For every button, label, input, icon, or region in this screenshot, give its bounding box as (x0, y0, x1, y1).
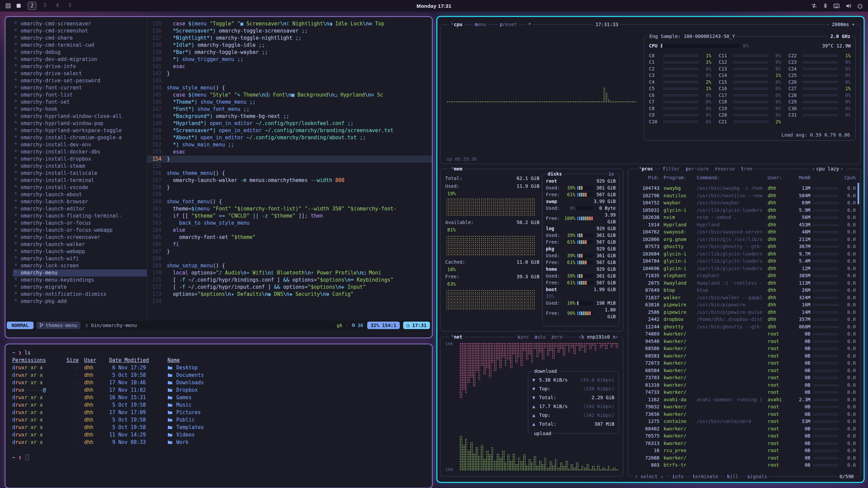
net-button-auto[interactable]: auto (534, 333, 546, 340)
process-row[interactable]: 76313kworker/root0B0.0 (628, 440, 857, 447)
process-row[interactable]: 71837walker/usr/bin/walker --gappldhh324… (628, 294, 857, 302)
workspace-3[interactable]: 3 (41, 2, 49, 10)
process-row[interactable]: 105031glycin-i/usr/lib/glycin-loadersdhh… (628, 207, 857, 214)
process-row[interactable]: 1914HyprlandHyprlanddhh453M0.0 (628, 221, 857, 229)
file-item[interactable]: *omarchy-lock-screen (13, 262, 147, 269)
file-item[interactable]: *omarchy-debug (13, 49, 147, 56)
process-row[interactable]: 104752waybar/usr/bin/waybardhh69M0.0 (628, 199, 857, 207)
active-app-icon[interactable] (16, 3, 21, 8)
menu-button[interactable]: menu (473, 21, 488, 28)
workspace-4[interactable]: 4 (54, 2, 61, 10)
net-button-sync[interactable]: sync (517, 333, 529, 340)
process-row[interactable]: 73656kworker/root0B0.0 (628, 411, 857, 418)
filter-button[interactable]: filter (663, 165, 680, 172)
process-row[interactable]: 2442dropbox/home/dhh/.dropbox-distdhh357… (628, 316, 857, 323)
proc-footer-terminate[interactable]: terminate (691, 473, 720, 480)
iface-next-button[interactable]: n› (613, 334, 618, 340)
file-item[interactable]: *omarchy-launch-floating-terminal- (13, 212, 147, 220)
power-icon[interactable] (857, 3, 863, 8)
file-item[interactable]: *omarchy-cmd-terminal-cwd (13, 42, 147, 49)
process-row[interactable]: 102866org.gnom/usr/bin/gjs /usr/lib/odhh… (628, 236, 857, 243)
file-item[interactable]: *omarchy-hyprland-workspace-toggle (13, 127, 147, 134)
file-item[interactable]: *omarchy-menu-keybindings (13, 277, 147, 284)
process-row[interactable]: 2586pipewire/usr/bin/pipewire-pulsedhh14… (628, 309, 857, 316)
file-item[interactable]: *omarchy-launch-or-focus-webapp (13, 227, 147, 234)
process-row[interactable]: 68586kworker/root0B0.0 (628, 345, 857, 352)
preset-button[interactable]: preset (498, 21, 519, 28)
launcher-icon[interactable] (5, 3, 11, 8)
file-item[interactable]: *omarchy-notification-dismiss (13, 291, 147, 298)
file-item[interactable]: *omarchy-font-current (13, 84, 147, 92)
proc-footer-signals[interactable]: signals (746, 473, 769, 480)
file-item[interactable]: *omarchy-menu (13, 269, 147, 277)
file-item[interactable]: *omarchy-install-dev-env (13, 141, 147, 148)
process-row[interactable]: 87573ghostty/usr/bin/ghostty --gtk-dhh36… (628, 243, 857, 250)
volume-icon[interactable] (846, 3, 851, 8)
io-toggle[interactable]: io (607, 170, 616, 177)
process-row[interactable]: 72073kworker/root0B0.0 (628, 360, 857, 367)
sort-next-icon[interactable]: › (839, 166, 845, 171)
file-item[interactable]: *omarchy-pkg-add (13, 298, 147, 305)
file-item[interactable]: *omarchy-install-chromium-google-a (13, 134, 147, 141)
interval-increase-button[interactable]: + (852, 22, 855, 27)
file-item[interactable]: *omarchy-launch-browser (13, 198, 147, 205)
process-row[interactable]: 63816pipewire/usr/bin/pipewiredhh16M0.0 (628, 301, 857, 309)
tree-button[interactable]: tree (741, 165, 752, 172)
file-item[interactable]: *omarchy-launch-screensaver (13, 234, 147, 241)
file-item[interactable]: *omarchy-font-list (13, 92, 147, 99)
interval-decrease-button[interactable]: - (826, 22, 829, 27)
iface-prev-button[interactable]: ‹b (578, 334, 584, 340)
file-item[interactable]: *omarchy-launch-wifi (13, 255, 147, 262)
file-item[interactable]: *omarchy-migrate (13, 284, 147, 291)
screencast-icon[interactable] (811, 3, 817, 8)
net-button-zero[interactable]: zero (551, 333, 563, 340)
terminal-window[interactable]: ~ ❯ lsPermissionsSizeUserDate ModifiedNa… (5, 344, 432, 488)
file-item[interactable]: *omarchy-install-dropbox (13, 156, 147, 163)
process-row[interactable]: 73703kworker/root0B0.0 (628, 374, 857, 382)
process-row[interactable]: 94540kworker/root0B0.0 (628, 338, 857, 345)
file-item[interactable]: *omarchy-launch-editor (13, 205, 147, 212)
process-row[interactable]: 104743swaybg/usr/bin/swaybg -i /homdhh13… (628, 185, 857, 192)
process-scrollbar[interactable] (857, 183, 859, 204)
bluetooth-icon[interactable] (823, 3, 827, 8)
file-item[interactable]: *omarchy-launch-or-focus (13, 220, 147, 227)
process-row[interactable]: 1275containe/usr/bin/containerdroot53M0.… (628, 418, 857, 425)
process-row[interactable]: 12244ghostty/usr/bin/ghostty --gtk-dhh86… (628, 323, 857, 331)
keyboard-icon[interactable] (833, 4, 840, 8)
process-row[interactable]: 68584kworker/root0B0.0 (628, 367, 857, 374)
file-item[interactable]: *omarchy-install-docker-dbs (13, 148, 147, 156)
process-row[interactable]: 68583kworker/root0B0.0 (628, 352, 857, 360)
process-row[interactable]: 79032kworker/root0B0.0 (628, 403, 857, 411)
proc-footer-info[interactable]: info (670, 473, 685, 480)
file-item[interactable]: *omarchy-install-tailscale (13, 170, 147, 177)
file-item[interactable]: *omarchy-hook (13, 106, 147, 113)
file-item[interactable]: *omarchy-hyprland-window-close-all (13, 113, 147, 120)
process-row[interactable]: 102796nautilus/usr/bin/nautilus --newdhh… (628, 192, 857, 200)
file-item[interactable]: *omarchy-install-vscode (13, 184, 147, 191)
process-row[interactable]: 104762swayosd-/usr/bin/swayosd-serverdhh… (628, 228, 857, 236)
file-item[interactable]: *omarchy-font-set (13, 99, 147, 106)
process-row[interactable]: 76575kworker/root0B0.0 (628, 432, 857, 440)
sort-value[interactable]: cpu lazy (816, 166, 839, 171)
process-row[interactable]: 2075XwaylandXwayland :1 -rootless -dhh11… (628, 280, 857, 287)
workspace-2[interactable]: 2 (28, 2, 36, 10)
file-item[interactable]: *omarchy-install-steam (13, 163, 147, 170)
file-item[interactable]: *omarchy-launch-about (13, 191, 147, 198)
file-item[interactable]: *omarchy-dev-add-migration (13, 56, 147, 63)
file-item[interactable]: *omarchy-launch-webapp (13, 248, 147, 255)
file-item[interactable]: *omarchy-hyprland-window-pop (13, 120, 147, 127)
workspace-5[interactable]: 5 (66, 2, 74, 10)
file-item[interactable]: *omarchy-drive-info (13, 63, 147, 70)
file-item[interactable]: *omarchy-launch-walker (13, 241, 147, 248)
file-item[interactable]: *omarchy-cmd-share (13, 35, 147, 42)
process-row[interactable]: 102638nvimnvim --embed .dhh56M0.0 (628, 214, 857, 221)
process-row[interactable]: 803btrfs-trroot0B0.0 (628, 462, 857, 469)
code-pane[interactable]: 135 case $(menu "Toggle" "▣ Screensaver\… (147, 17, 432, 321)
process-row[interactable]: 104696glycin-i/usr/lib/glycin-loadersdhh… (628, 265, 857, 272)
per-core-button[interactable]: per-core (686, 165, 709, 172)
proc-footer-select[interactable]: ↑ select ↓ (633, 473, 665, 480)
file-item[interactable]: *omarchy-install-terminal (13, 177, 147, 184)
process-row[interactable]: 74733kworker/root0B0.0 (628, 389, 857, 396)
process-row[interactable]: 1162avahi-daavahi-daemon: running [avahi… (628, 396, 857, 404)
process-row[interactable]: 104784glycin-i/usr/lib/glycin-loadersdhh… (628, 258, 857, 265)
